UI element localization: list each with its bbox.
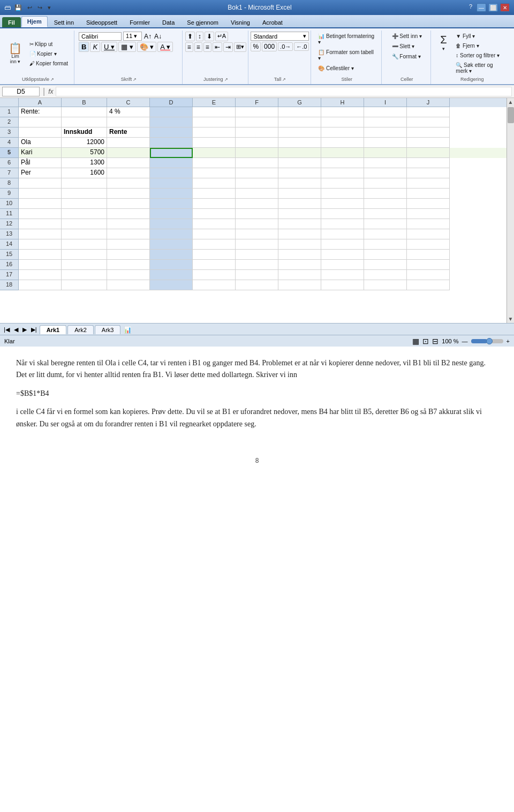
cell-I4[interactable] [364,138,407,148]
page-layout-button[interactable]: ⊡ [422,337,429,345]
restore-button[interactable]: ⬜ [488,3,498,12]
cell-B7[interactable]: 1600 [62,168,107,178]
cell-A9[interactable] [19,189,62,199]
cell-I16[interactable] [364,260,407,270]
col-header-C[interactable]: C [107,98,150,107]
cell-G8[interactable] [278,178,321,189]
format-table-button[interactable]: 📋 Formater som tabell ▾ [315,48,378,63]
cell-I11[interactable] [364,209,407,219]
cell-I6[interactable] [364,158,407,168]
cell-C4[interactable] [107,138,150,148]
cell-H8[interactable] [321,178,364,189]
cell-J2[interactable] [407,117,450,127]
font-color-button[interactable]: A ▾ [157,42,173,52]
cell-F12[interactable] [236,219,278,229]
cell-A12[interactable] [19,219,62,229]
sheet-tab-ark2[interactable]: Ark2 [67,325,94,334]
cell-F15[interactable] [236,250,278,260]
align-left-button[interactable]: ≡ [185,42,193,52]
cell-D14[interactable] [150,239,193,250]
cell-E3[interactable] [193,127,236,138]
cell-G2[interactable] [278,117,321,127]
cell-F11[interactable] [236,209,278,219]
number-format-select[interactable]: Standard▾ [251,32,309,41]
align-bottom-button[interactable]: ⬇ [205,32,214,41]
cell-G4[interactable] [278,138,321,148]
quick-access-arrow[interactable]: ▾ [46,4,52,12]
zoom-increase-button[interactable]: + [507,338,510,344]
cell-B8[interactable] [62,178,107,189]
cell-C18[interactable] [107,280,150,290]
thousands-button[interactable]: 000 [262,42,277,51]
cell-C6[interactable] [107,158,150,168]
cell-I8[interactable] [364,178,407,189]
cell-I13[interactable] [364,229,407,239]
cell-I9[interactable] [364,189,407,199]
cell-D1[interactable] [150,107,193,117]
cell-G1[interactable] [278,107,321,117]
cell-A3[interactable] [19,127,62,138]
cell-A18[interactable] [19,280,62,290]
cell-B13[interactable] [62,229,107,239]
tab-se-gjennom[interactable]: Se gjennom [181,17,224,27]
cell-F5[interactable] [236,148,278,158]
cell-B1[interactable] [62,107,107,117]
cell-J11[interactable] [407,209,450,219]
cell-F2[interactable] [236,117,278,127]
cell-G10[interactable] [278,199,321,209]
cell-I14[interactable] [364,239,407,250]
cell-E5[interactable] [193,148,236,158]
cell-J10[interactable] [407,199,450,209]
cell-B15[interactable] [62,250,107,260]
cell-styles-button[interactable]: 🎨 Cellestiler ▾ [315,64,378,73]
cell-A8[interactable] [19,178,62,189]
cell-I15[interactable] [364,250,407,260]
cell-H6[interactable] [321,158,364,168]
indent-decrease-button[interactable]: ⇤ [213,42,222,52]
cell-H15[interactable] [321,250,364,260]
cell-H16[interactable] [321,260,364,270]
cell-H2[interactable] [321,117,364,127]
cell-D9[interactable] [150,189,193,199]
cell-D3[interactable] [150,127,193,138]
cell-G14[interactable] [278,239,321,250]
cell-B3[interactable]: Innskudd [62,127,107,138]
paste-button[interactable]: 📋 Lim inn ▾ [5,41,25,66]
sheet-tab-ark1[interactable]: Ark1 [40,325,66,334]
cell-A13[interactable] [19,229,62,239]
tab-acrobat[interactable]: Acrobat [256,17,289,27]
cell-I2[interactable] [364,117,407,127]
cell-F16[interactable] [236,260,278,270]
cell-J1[interactable] [407,107,450,117]
cell-C8[interactable] [107,178,150,189]
cell-G15[interactable] [278,250,321,260]
cell-G3[interactable] [278,127,321,138]
cell-C11[interactable] [107,209,150,219]
zoom-decrease-button[interactable]: — [462,338,468,344]
help-button[interactable]: ? [467,3,474,12]
scroll-thumb[interactable] [508,107,514,123]
decimal-increase-button[interactable]: .0→ [278,42,293,51]
col-header-E[interactable]: E [193,98,236,107]
cell-C1[interactable]: 4 % [107,107,150,117]
cell-E12[interactable] [193,219,236,229]
fill-button[interactable]: ▼ Fyll ▾ [453,32,509,41]
expand-tall[interactable]: ↗ [282,77,286,82]
cell-G9[interactable] [278,189,321,199]
cell-J5[interactable] [407,148,450,158]
align-right-button[interactable]: ≡ [203,42,211,52]
align-middle-button[interactable]: ↕ [196,32,203,41]
bold-button[interactable]: B [79,42,89,52]
cell-C15[interactable] [107,250,150,260]
cell-D12[interactable] [150,219,193,229]
cell-I5[interactable] [364,148,407,158]
col-header-H[interactable]: H [321,98,364,107]
normal-view-button[interactable]: ▦ [412,337,419,345]
expand-justering[interactable]: ↗ [224,77,228,82]
tab-data[interactable]: Data [156,17,180,27]
cell-H11[interactable] [321,209,364,219]
quick-redo[interactable]: ↪ [36,4,44,12]
cell-D13[interactable] [150,229,193,239]
cell-A1[interactable]: Rente: [19,107,62,117]
cell-H5[interactable] [321,148,364,158]
